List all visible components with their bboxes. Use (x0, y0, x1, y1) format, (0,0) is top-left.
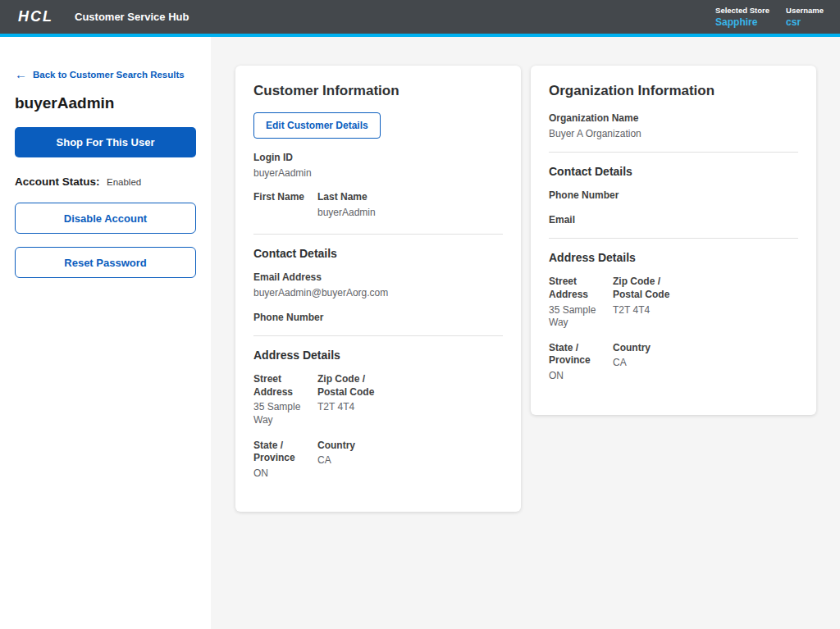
username-value[interactable]: csr (786, 16, 801, 28)
login-id-field: Login ID buyerAadmin (253, 152, 503, 180)
divider (549, 238, 798, 239)
hcl-logo: HCL (18, 8, 53, 25)
country-field: Country CA (317, 440, 386, 481)
back-to-search-link[interactable]: ← Back to Customer Search Results (15, 68, 196, 80)
org-state-province-field: State / Province ON (549, 342, 613, 383)
organization-name-label: Organization Name (549, 112, 798, 125)
first-name-field: First Name (253, 191, 317, 219)
shop-for-this-user-button[interactable]: Shop For This User (15, 127, 196, 157)
street-address-field: Street Address 35 Sample Way (253, 373, 317, 426)
customer-information-title: Customer Information (253, 83, 503, 99)
name-row: First Name Last Name buyerAadmin (253, 191, 503, 231)
org-zip-code-value: T2T 4T4 (613, 304, 682, 317)
last-name-label: Last Name (317, 191, 386, 204)
address-grid: Street Address 35 Sample Way Zip Code / … (253, 373, 503, 492)
last-name-value: buyerAadmin (317, 207, 386, 220)
org-phone-number-field: Phone Number (549, 189, 798, 203)
org-state-province-value: ON (549, 370, 613, 383)
contact-details-heading: Contact Details (253, 247, 503, 260)
org-address-grid: Street Address 35 Sample Way Zip Code / … (549, 276, 798, 394)
selected-store-value[interactable]: Sapphire (715, 16, 757, 28)
customer-sidebar: ← Back to Customer Search Results buyerA… (0, 37, 211, 629)
zip-code-field: Zip Code / Postal Code T2T 4T4 (317, 373, 386, 426)
state-province-label: State / Province (253, 440, 317, 465)
login-id-label: Login ID (253, 152, 503, 165)
first-name-label: First Name (253, 191, 317, 204)
login-id-value: buyerAadmin (253, 167, 503, 180)
divider (549, 152, 798, 153)
phone-number-label: Phone Number (253, 312, 503, 325)
org-address-details-heading: Address Details (549, 251, 798, 264)
back-arrow-icon: ← (15, 68, 27, 80)
customer-information-card: Customer Information Edit Customer Detai… (235, 66, 521, 512)
org-street-address-label: Street Address (549, 276, 613, 301)
zip-code-label: Zip Code / Postal Code (317, 373, 386, 399)
zip-code-value: T2T 4T4 (317, 401, 386, 414)
app-root: HCL Customer Service Hub Selected Store … (0, 0, 840, 629)
organization-name-value: Buyer A Organization (549, 128, 798, 141)
org-country-field: Country CA (613, 342, 682, 383)
org-state-province-label: State / Province (549, 342, 613, 367)
state-province-value: ON (253, 467, 317, 481)
app-title: Customer Service Hub (75, 11, 189, 23)
phone-number-field: Phone Number (253, 312, 503, 325)
app-header: HCL Customer Service Hub Selected Store … (0, 0, 840, 37)
org-email-label: Email (549, 214, 798, 227)
last-name-field: Last Name buyerAadmin (317, 191, 386, 219)
divider (253, 234, 503, 235)
customer-name: buyerAadmin (15, 94, 196, 112)
reset-password-button[interactable]: Reset Password (15, 247, 196, 278)
org-contact-details-heading: Contact Details (549, 165, 798, 178)
back-link-label: Back to Customer Search Results (33, 70, 185, 80)
selected-store-label: Selected Store (715, 6, 769, 15)
organization-name-field: Organization Name Buyer A Organization (549, 112, 798, 140)
account-status: Account Status: Enabled (15, 174, 196, 189)
email-address-value: buyerAadmin@buyerAorg.com (253, 287, 503, 300)
username-label: Username (786, 6, 824, 15)
state-province-field: State / Province ON (253, 440, 317, 481)
account-status-value: Enabled (107, 177, 141, 187)
account-status-label: Account Status: (15, 175, 100, 188)
org-zip-code-field: Zip Code / Postal Code T2T 4T4 (613, 276, 682, 329)
street-address-value: 35 Sample Way (253, 401, 317, 426)
selected-store-block: Selected Store Sapphire (715, 6, 769, 28)
country-value: CA (317, 454, 386, 467)
header-brand: HCL Customer Service Hub (18, 8, 189, 25)
org-email-field: Email (549, 214, 798, 227)
disable-account-button[interactable]: Disable Account (15, 203, 196, 234)
email-address-label: Email Address (253, 271, 503, 285)
username-block: Username csr (786, 6, 824, 28)
org-phone-number-label: Phone Number (549, 189, 798, 203)
organization-information-title: Organization Information (549, 83, 798, 99)
country-label: Country (317, 440, 386, 453)
org-street-address-value: 35 Sample Way (549, 304, 613, 330)
org-country-value: CA (613, 357, 682, 370)
org-street-address-field: Street Address 35 Sample Way (549, 276, 613, 329)
street-address-label: Street Address (253, 373, 317, 399)
org-country-label: Country (613, 342, 682, 355)
divider (253, 335, 503, 336)
organization-information-card: Organization Information Organization Na… (531, 66, 816, 415)
org-zip-code-label: Zip Code / Postal Code (613, 276, 682, 301)
edit-customer-details-button[interactable]: Edit Customer Details (253, 112, 381, 139)
email-address-field: Email Address buyerAadmin@buyerAorg.com (253, 271, 503, 299)
main-panel: Customer Information Edit Customer Detai… (211, 37, 840, 629)
content-area: ← Back to Customer Search Results buyerA… (0, 37, 840, 629)
address-details-heading: Address Details (253, 349, 503, 362)
header-session-info: Selected Store Sapphire Username csr (715, 6, 824, 28)
